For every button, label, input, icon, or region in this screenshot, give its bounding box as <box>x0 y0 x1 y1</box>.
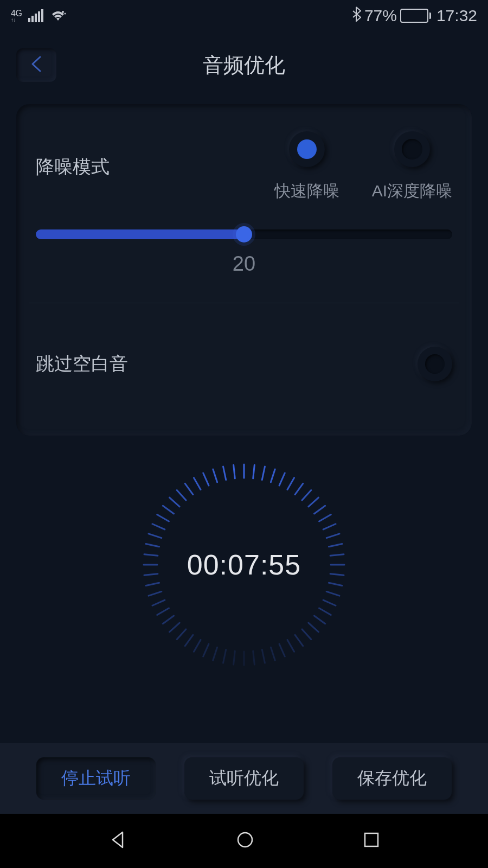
svg-line-38 <box>185 635 193 646</box>
svg-line-18 <box>330 574 344 576</box>
svg-line-26 <box>295 635 303 646</box>
svg-line-33 <box>234 651 235 665</box>
nav-home-icon[interactable] <box>235 830 255 852</box>
svg-line-19 <box>329 583 342 585</box>
skip-silence-label: 跳过空白音 <box>36 352 128 376</box>
svg-point-1 <box>65 13 66 15</box>
signal-icon <box>28 9 43 22</box>
system-nav-bar <box>0 814 488 868</box>
svg-line-43 <box>152 600 165 605</box>
header: 音频优化 <box>0 38 488 92</box>
radio-indicator <box>289 131 325 167</box>
slider-thumb[interactable] <box>236 226 252 242</box>
svg-line-4 <box>262 467 265 480</box>
svg-line-31 <box>253 651 255 665</box>
save-optimize-button[interactable]: 保存优化 <box>332 757 452 800</box>
svg-line-25 <box>302 629 311 640</box>
svg-line-30 <box>262 650 265 663</box>
timer-area: 00:07:55 <box>0 462 488 668</box>
svg-point-0 <box>62 11 64 13</box>
svg-line-22 <box>319 608 331 615</box>
svg-line-45 <box>146 583 159 585</box>
svg-line-59 <box>213 469 217 482</box>
svg-line-54 <box>170 497 180 507</box>
nav-recent-icon[interactable] <box>363 831 380 851</box>
bluetooth-icon <box>351 6 361 26</box>
timer-dial: 00:07:55 <box>141 462 347 668</box>
svg-line-16 <box>330 554 344 556</box>
nav-back-icon[interactable] <box>108 830 127 852</box>
radio-label-fast: 快速降噪 <box>274 180 339 202</box>
chevron-left-icon <box>29 55 43 75</box>
svg-line-40 <box>170 623 180 632</box>
svg-line-23 <box>314 616 325 624</box>
noise-mode-radio-group: 快速降噪 AI深度降噪 <box>110 131 452 202</box>
svg-line-52 <box>157 515 169 522</box>
svg-point-62 <box>238 833 252 847</box>
status-left: 4G ↑↓ <box>11 9 66 23</box>
svg-line-48 <box>144 554 158 556</box>
svg-line-49 <box>146 544 159 547</box>
status-bar: 4G ↑↓ 77% 17:32 <box>0 0 488 31</box>
svg-line-28 <box>279 644 285 656</box>
svg-line-27 <box>287 640 294 652</box>
svg-line-20 <box>326 591 339 596</box>
svg-line-41 <box>163 616 174 624</box>
noise-mode-row: 降噪模式 快速降噪 AI深度降噪 <box>16 104 472 222</box>
svg-line-12 <box>319 515 331 522</box>
noise-level-slider-row: 20 <box>16 222 472 285</box>
bottom-action-bar: 停止试听 试听优化 保存优化 <box>0 743 488 814</box>
svg-rect-63 <box>365 833 378 846</box>
slider-value: 20 <box>36 252 452 276</box>
status-right: 77% 17:32 <box>351 6 477 26</box>
svg-line-9 <box>302 490 311 501</box>
preview-optimize-button[interactable]: 试听优化 <box>184 757 304 800</box>
svg-line-46 <box>144 574 158 576</box>
svg-line-8 <box>295 483 303 494</box>
battery-percent: 77% <box>364 7 397 25</box>
skip-silence-row: 跳过空白音 <box>16 303 472 436</box>
svg-line-58 <box>203 473 209 486</box>
svg-line-61 <box>234 465 235 478</box>
settings-card: 降噪模式 快速降噪 AI深度降噪 20 跳过空白音 <box>16 104 472 436</box>
page-title: 音频优化 <box>203 52 285 79</box>
svg-line-42 <box>157 608 169 615</box>
back-button[interactable] <box>16 48 56 82</box>
svg-line-55 <box>177 490 186 501</box>
wifi-icon <box>50 9 66 22</box>
svg-line-60 <box>223 467 226 480</box>
radio-indicator <box>394 131 430 167</box>
svg-line-24 <box>309 623 319 632</box>
svg-line-36 <box>203 644 209 656</box>
svg-line-56 <box>185 483 193 494</box>
svg-line-51 <box>152 524 165 529</box>
svg-line-57 <box>194 478 201 490</box>
network-4g-icon: 4G ↑↓ <box>11 9 22 23</box>
svg-line-50 <box>149 534 162 538</box>
svg-line-29 <box>271 647 275 660</box>
svg-line-37 <box>194 640 201 652</box>
svg-line-35 <box>213 647 217 660</box>
svg-line-11 <box>314 506 325 514</box>
svg-line-14 <box>326 534 339 538</box>
svg-line-39 <box>177 629 186 640</box>
svg-line-21 <box>323 600 336 605</box>
skip-silence-toggle[interactable] <box>418 347 452 381</box>
svg-line-13 <box>323 524 336 529</box>
stop-preview-button[interactable]: 停止试听 <box>36 757 156 800</box>
radio-fast-denoise[interactable]: 快速降噪 <box>274 131 339 202</box>
svg-line-15 <box>329 544 342 547</box>
dial-ticks-icon <box>141 462 347 668</box>
svg-line-7 <box>287 478 294 490</box>
svg-line-53 <box>163 506 174 514</box>
svg-line-3 <box>253 465 255 478</box>
svg-line-44 <box>149 591 162 596</box>
noise-level-slider[interactable] <box>36 229 452 239</box>
svg-line-10 <box>309 497 319 507</box>
svg-line-6 <box>279 473 285 486</box>
radio-ai-deep-denoise[interactable]: AI深度降噪 <box>372 131 452 202</box>
noise-mode-label: 降噪模式 <box>36 155 110 180</box>
battery-icon <box>400 9 431 23</box>
radio-label-ai: AI深度降噪 <box>372 180 452 202</box>
svg-line-5 <box>271 469 275 482</box>
